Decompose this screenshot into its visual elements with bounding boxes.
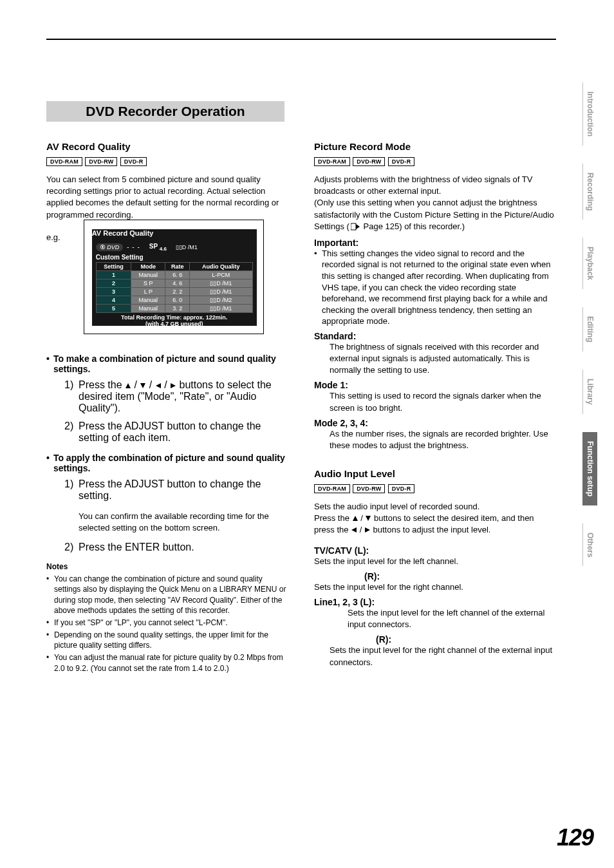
step-2-1: 1)Press the ADJUST button to change the … — [64, 478, 288, 502]
left-arrow-icon — [351, 527, 357, 533]
badge-dvd-rw: DVD-RW — [85, 157, 117, 166]
badge-dvd-r: DVD-R — [120, 157, 147, 166]
pic-intro-2: (Only use this setting when you cannot a… — [314, 197, 556, 234]
step-2-2: 2)Press the ENTER button. — [64, 542, 288, 553]
example-screen: AV Record Quality DVD - - - SP 4.6 D /M1… — [84, 220, 264, 334]
notes-list: •You can change the combination of pictu… — [46, 574, 288, 674]
table-row: 1Manual6. 6L-PCM — [96, 270, 252, 279]
audio-input-level-heading: Audio Input Level — [314, 468, 556, 479]
pic-intro-1: Adjusts problems with the brightness of … — [314, 174, 556, 197]
tab-others[interactable]: Others — [582, 524, 597, 567]
step-2-1-sub: You can confirm the available recording … — [79, 511, 288, 534]
tab-editing[interactable]: Editing — [582, 307, 597, 352]
note-item: You can change the combination of pictur… — [54, 574, 288, 616]
badge-dvd-ram: DVD-RAM — [314, 157, 350, 166]
bullet-make-combination: •To make a combination of picture and so… — [46, 354, 288, 374]
right-arrow-icon — [170, 382, 176, 389]
screen-title: AV Record Quality — [92, 229, 154, 237]
mode1-body: This setting is used to record the signa… — [330, 390, 556, 413]
line-l-label: Line1, 2, 3 (L): — [314, 597, 556, 607]
note-item: You can adjust the manual rate for pictu… — [54, 652, 288, 673]
page-number: 129 — [557, 824, 593, 851]
tab-function-setup[interactable]: Function setup — [582, 432, 597, 505]
standard-body: The brightness of signals received with … — [330, 341, 556, 377]
svg-marker-9 — [365, 527, 370, 533]
mode234-heading: Mode 2, 3, 4: — [314, 418, 556, 428]
tv-catv-l-body: Sets the input level for the left channe… — [314, 556, 556, 567]
up-arrow-icon — [125, 382, 131, 389]
down-arrow-icon — [365, 515, 371, 522]
picture-record-mode-heading: Picture Record Mode — [314, 141, 556, 152]
table-row: 5Manual3. 2▯▯D /M1 — [96, 304, 252, 312]
step-1-1: 1) Press the / / / buttons to select the… — [64, 379, 288, 414]
dvd-pill: DVD — [96, 243, 124, 251]
right-arrow-icon — [364, 527, 371, 533]
step-1-2: 2)Press the ADJUST button to change the … — [64, 420, 288, 444]
tab-introduction[interactable]: Introduction — [582, 82, 597, 146]
table-row: 2S P4. 6▯▯D /M1 — [96, 279, 252, 287]
th-audio: Audio Quality — [190, 262, 253, 270]
custom-setting-label: Custom Setting — [96, 254, 253, 261]
tab-recording[interactable]: Recording — [582, 164, 597, 220]
badge-dvd-ram: DVD-RAM — [314, 484, 350, 493]
notes-heading: Notes — [46, 562, 288, 571]
av-record-quality-heading: AV Record Quality — [46, 141, 288, 152]
tv-catv-r-body: Sets the input level for the right chann… — [314, 581, 556, 593]
line-r-label: (R): — [314, 634, 556, 645]
top-rule — [46, 39, 556, 40]
up-arrow-icon — [352, 515, 358, 522]
media-badges: DVD-RAM DVD-RW DVD-R — [314, 155, 556, 166]
page-ref-icon — [351, 222, 360, 234]
badge-dvd-rw: DVD-RW — [353, 484, 385, 493]
note-item: Depending on the sound quality settings,… — [54, 630, 288, 650]
important-heading: Important: — [314, 238, 556, 248]
media-badges: DVD-RAM DVD-RW DVD-R — [314, 482, 556, 493]
media-badges: DVD-RAM DVD-RW DVD-R — [46, 155, 288, 166]
line-r-body: Sets the input level for the right chann… — [330, 645, 556, 668]
mode234-body: As the number rises, the signals are rec… — [330, 428, 556, 451]
standard-heading: Standard: — [314, 331, 556, 341]
badge-dvd-r: DVD-R — [388, 157, 415, 166]
svg-marker-8 — [351, 527, 357, 533]
left-column: AV Record Quality DVD-RAM DVD-RW DVD-R Y… — [46, 141, 288, 675]
badge-dvd-ram: DVD-RAM — [46, 157, 82, 166]
sp-indicator: SP 4.6 — [149, 243, 167, 252]
th-mode: Mode — [131, 262, 165, 270]
th-setting: Setting — [96, 262, 131, 270]
example-label: e.g. — [46, 232, 60, 242]
th-rate: Rate — [165, 262, 190, 270]
bullet-apply-combination: •To apply the combination of picture and… — [46, 453, 288, 473]
tab-library[interactable]: Library — [582, 370, 597, 414]
note-item: If you set "SP" or "LP", you cannot sele… — [54, 618, 228, 628]
content-columns: AV Record Quality DVD-RAM DVD-RW DVD-R Y… — [46, 141, 556, 675]
section-heading: DVD Recorder Operation — [46, 101, 284, 122]
total-recording-time: Total Recording Time: approx. 122min.(wi… — [96, 315, 253, 328]
svg-marker-7 — [366, 516, 371, 521]
svg-marker-2 — [156, 383, 161, 388]
right-column: Picture Record Mode DVD-RAM DVD-RW DVD-R… — [314, 141, 556, 675]
badge-dvd-r: DVD-R — [388, 484, 415, 493]
svg-rect-4 — [351, 223, 356, 230]
audio-intro: Sets the audio input level of recorded s… — [314, 501, 556, 513]
table-row: 3L P2. 2▯▯D /M1 — [96, 287, 252, 296]
dash-indicator: - - - — [127, 243, 140, 250]
svg-marker-0 — [126, 383, 131, 388]
svg-marker-6 — [353, 516, 358, 521]
svg-marker-1 — [140, 383, 145, 388]
important-body: This setting changes the video signal to… — [322, 248, 556, 327]
svg-marker-5 — [356, 224, 360, 229]
svg-marker-3 — [171, 383, 176, 388]
tv-catv-l-label: TV/CATV (L): — [314, 545, 556, 556]
tv-catv-r-label: (R): — [314, 571, 556, 581]
audio-press-instructions: Press the / buttons to select the desire… — [314, 513, 556, 536]
badge-dvd-rw: DVD-RW — [353, 157, 385, 166]
tab-playback[interactable]: Playback — [582, 238, 597, 289]
line-l-body: Sets the input level for the left channe… — [348, 607, 556, 630]
down-arrow-icon — [140, 382, 146, 389]
mode1-heading: Mode 1: — [314, 380, 556, 390]
quality-table: Setting Mode Rate Audio Quality 1Manual6… — [96, 262, 253, 313]
table-row: 4Manual6. 0▯▯D /M2 — [96, 296, 252, 304]
av-intro-text: You can select from 5 combined picture a… — [46, 174, 288, 221]
dolby-indicator: D /M1 — [176, 244, 198, 250]
left-arrow-icon — [155, 382, 162, 389]
